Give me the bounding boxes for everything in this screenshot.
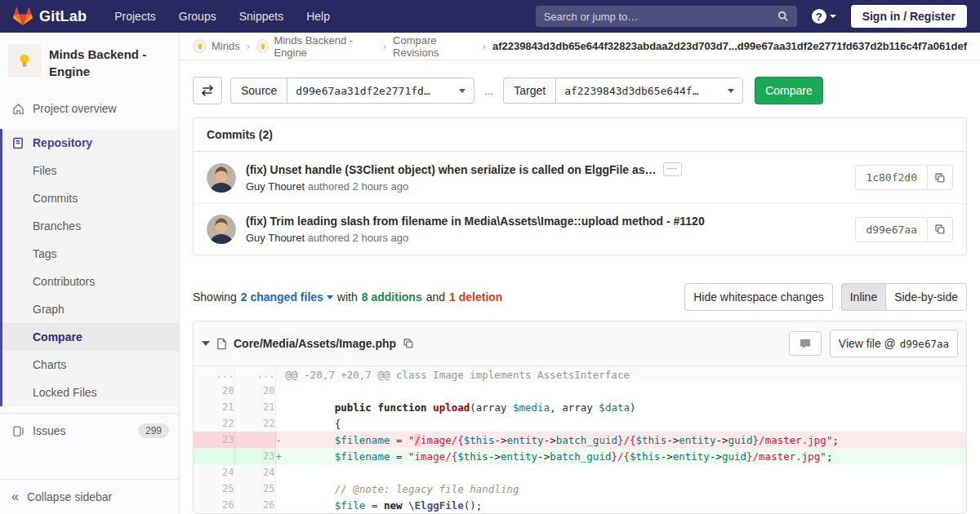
old-line-number[interactable]: 21: [194, 399, 234, 415]
compare-form: Source d99e67aa31df2e2771fd… ... Target …: [193, 77, 967, 104]
old-line-number[interactable]: 26: [194, 497, 234, 513]
compare-button[interactable]: Compare: [755, 77, 823, 104]
sidebar-item-charts[interactable]: Charts: [2, 351, 179, 379]
new-line-number[interactable]: 24: [234, 464, 275, 481]
source-ref-value: d99e67aa31df2e2771fd…: [296, 85, 430, 97]
collapse-chevrons-icon: «: [11, 490, 19, 503]
new-line-number[interactable]: 22: [234, 415, 275, 432]
new-line-number[interactable]: ...: [234, 366, 275, 383]
commits-panel-title: Commits (2): [194, 118, 966, 152]
sidebar-item-branches[interactable]: Branches: [2, 212, 179, 240]
commit-title[interactable]: (fix) Trim leading slash from filename i…: [246, 215, 705, 228]
swap-arrows-icon: [201, 84, 214, 97]
chevron-down-icon: [327, 295, 333, 299]
logo-wordmark: GitLab: [39, 8, 87, 25]
old-line-number[interactable]: 25: [194, 481, 234, 497]
old-line-number[interactable]: 20: [194, 383, 234, 399]
source-ref-dropdown[interactable]: d99e67aa31df2e2771fd…: [287, 78, 474, 104]
code-line: + $filename = "image/{$this->entity->bat…: [275, 448, 966, 464]
diff-file-header: Core/Media/Assets/Image.php View file @: [194, 321, 966, 366]
global-search[interactable]: [536, 6, 797, 27]
copy-sha-button[interactable]: [927, 217, 953, 242]
sidebar-item-compare[interactable]: Compare: [2, 323, 179, 351]
sidebar-item-locked-files[interactable]: Locked Files: [2, 379, 179, 406]
collapse-sidebar-button[interactable]: « Collapse sidebar: [0, 479, 179, 514]
sidebar-item-issues[interactable]: Issues 299: [0, 413, 179, 448]
new-line-number[interactable]: 25: [234, 481, 275, 497]
sidebar-item-contributors[interactable]: Contributors: [2, 268, 179, 295]
file-diff-panel: Core/Media/Assets/Image.php View file @: [193, 321, 967, 514]
diff-hunk-row: ... ... @@ -20,7 +20,7 @@ class Image im…: [194, 366, 966, 383]
commit-author[interactable]: Guy Thouret: [246, 180, 305, 193]
nav-snippets[interactable]: Snippets: [231, 5, 292, 28]
commit-title[interactable]: (fix) Unset handle (S3Client object) whe…: [246, 163, 657, 176]
new-line-number[interactable]: 26: [234, 497, 275, 513]
file-icon: [216, 338, 227, 350]
hide-whitespace-button[interactable]: Hide whitespace changes: [684, 283, 833, 311]
side-by-side-view-button[interactable]: Side-by-side: [886, 283, 967, 311]
toggle-comments-button[interactable]: [789, 331, 822, 356]
nav-help[interactable]: Help: [298, 5, 338, 28]
commit-sha[interactable]: 1c80f2d0: [855, 165, 927, 190]
project-header[interactable]: Minds Backend - Engine: [0, 33, 179, 90]
diff-line-row: 26 26 $file = new \ElggFile();: [194, 497, 966, 513]
project-sidebar: Minds Backend - Engine Project overview …: [0, 33, 180, 514]
expand-commit-message-button[interactable]: ⋯: [663, 162, 682, 176]
copy-icon[interactable]: [403, 338, 414, 349]
changed-files-dropdown[interactable]: 2 changed files: [241, 290, 333, 304]
commit-author-avatar[interactable]: [207, 215, 236, 244]
sidebar-item-files[interactable]: Files: [2, 157, 179, 184]
swap-revisions-button[interactable]: [193, 77, 222, 104]
diff-view-toggle: Inline Side-by-side: [841, 283, 967, 311]
breadcrumb-label: Minds: [212, 40, 240, 52]
view-file-button[interactable]: View file @ d99e67aa: [830, 330, 958, 357]
breadcrumb-minds[interactable]: Minds: [193, 39, 240, 53]
sidebar-item-graph[interactable]: Graph: [2, 295, 179, 323]
commit-author[interactable]: Guy Thouret: [246, 232, 305, 244]
old-line-number[interactable]: [194, 448, 234, 464]
commit-author-avatar[interactable]: [207, 163, 236, 193]
gitlab-logo[interactable]: GitLab: [13, 7, 87, 26]
old-line-number[interactable]: 23: [194, 432, 234, 448]
nav-groups[interactable]: Groups: [171, 5, 225, 28]
new-line-number[interactable]: 23: [234, 448, 275, 464]
top-navbar: GitLab Projects Groups Snippets Help ? S…: [0, 0, 980, 33]
collapse-diff-caret-icon[interactable]: [202, 341, 210, 346]
help-menu[interactable]: ?: [812, 9, 836, 24]
breadcrumb-compare-revisions[interactable]: Compare Revisions: [393, 34, 476, 59]
search-input[interactable]: [544, 11, 777, 23]
sidebar-item-commits[interactable]: Commits: [2, 184, 179, 212]
commit-sha[interactable]: d99e67aa: [855, 217, 927, 242]
breadcrumb-project[interactable]: Minds Backend - Engine: [256, 34, 376, 59]
new-line-number[interactable]: 20: [234, 383, 275, 399]
copy-sha-button[interactable]: [927, 165, 953, 190]
home-icon: [11, 103, 24, 115]
sidebar-item-tags[interactable]: Tags: [2, 240, 179, 268]
collapse-label: Collapse sidebar: [27, 490, 112, 503]
commit-row: (fix) Trim leading slash from filename i…: [194, 203, 966, 255]
diff-line-row: 22 22 {: [194, 415, 966, 432]
comment-bubble-icon: [800, 338, 811, 349]
code-line: public function upload(array $media, arr…: [275, 399, 966, 415]
diff-deleted-line-row: 23 - $filename = "/image/{$this->entity-…: [194, 432, 966, 448]
sign-in-register-button[interactable]: Sign in / Register: [851, 5, 967, 28]
breadcrumb-separator: ›: [483, 40, 486, 52]
old-line-number[interactable]: 22: [194, 415, 234, 432]
old-line-number[interactable]: ...: [194, 366, 234, 383]
range-separator: ...: [483, 85, 495, 97]
sidebar-item-project-overview[interactable]: Project overview: [0, 95, 179, 122]
sidebar-item-repository[interactable]: Repository: [2, 129, 179, 157]
sidebar-item-label: Project overview: [33, 102, 117, 115]
diff-file-path[interactable]: Core/Media/Assets/Image.php: [234, 337, 396, 350]
diff-line-row: 21 21 public function upload(array $medi…: [194, 399, 966, 415]
issues-count-badge: 299: [138, 423, 169, 438]
and-label: and: [426, 290, 445, 304]
new-line-number[interactable]: 21: [234, 399, 275, 415]
inline-view-button[interactable]: Inline: [841, 283, 886, 311]
nav-projects[interactable]: Projects: [106, 5, 164, 28]
old-line-number[interactable]: 24: [194, 464, 234, 481]
code-line: {: [275, 415, 966, 432]
diff-added-line-row: 23 + $filename = "image/{$this->entity->…: [194, 448, 966, 464]
target-ref-dropdown[interactable]: af2239843d3db65e644f…: [555, 78, 743, 104]
new-line-number[interactable]: [234, 432, 275, 448]
